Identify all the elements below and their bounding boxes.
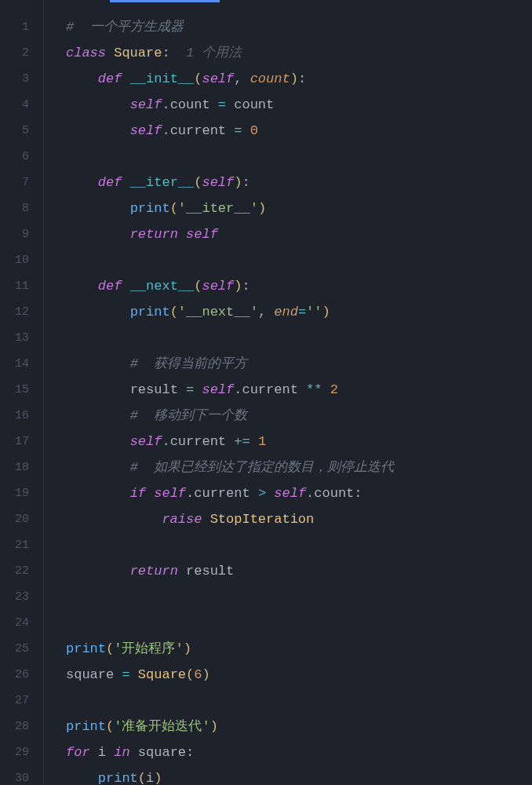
- code-line[interactable]: class Square: 1 个用法: [66, 40, 532, 66]
- line-number-gutter: 1234567891011121314151617181920212223242…: [0, 0, 43, 785]
- line-number: 17: [0, 429, 43, 455]
- code-line[interactable]: print('开始程序'): [66, 636, 532, 662]
- code-line[interactable]: [66, 688, 532, 714]
- line-number: 1: [0, 14, 43, 40]
- line-number: 6: [0, 144, 43, 170]
- line-number: 12: [0, 299, 43, 325]
- code-line[interactable]: [66, 325, 532, 351]
- code-line[interactable]: def __next__(self):: [66, 273, 532, 299]
- line-number: 8: [0, 195, 43, 221]
- line-number: 29: [0, 739, 43, 765]
- code-content-area[interactable]: # 一个平方生成器class Square: 1 个用法 def __init_…: [43, 0, 532, 785]
- line-number: 9: [0, 221, 43, 247]
- code-line[interactable]: def __init__(self, count):: [66, 66, 532, 92]
- code-line[interactable]: self.current = 0: [66, 118, 532, 144]
- code-line[interactable]: [66, 247, 532, 273]
- code-line[interactable]: if self.current > self.count:: [66, 480, 532, 506]
- line-number: 11: [0, 273, 43, 299]
- line-number: 30: [0, 765, 43, 785]
- code-line[interactable]: return result: [66, 558, 532, 584]
- code-line[interactable]: # 如果已经到达了指定的数目，则停止迭代: [66, 455, 532, 480]
- code-line[interactable]: [66, 532, 532, 558]
- line-number: 24: [0, 610, 43, 636]
- code-line[interactable]: return self: [66, 221, 532, 247]
- line-number: 3: [0, 66, 43, 92]
- line-number: 27: [0, 688, 43, 714]
- line-number: 20: [0, 506, 43, 532]
- line-number: 18: [0, 455, 43, 480]
- code-line[interactable]: print('__next__', end=''): [66, 299, 532, 325]
- line-number: 23: [0, 584, 43, 610]
- line-number: 21: [0, 532, 43, 558]
- line-number: 4: [0, 92, 43, 118]
- line-number: 14: [0, 351, 43, 377]
- code-line[interactable]: # 获得当前的平方: [66, 351, 532, 377]
- code-line[interactable]: [66, 144, 532, 170]
- code-line[interactable]: print('__iter__'): [66, 195, 532, 221]
- code-line[interactable]: self.count = count: [66, 92, 532, 118]
- line-number: 15: [0, 377, 43, 403]
- code-editor[interactable]: 1234567891011121314151617181920212223242…: [0, 0, 532, 785]
- line-number: 19: [0, 480, 43, 506]
- code-line[interactable]: def __iter__(self):: [66, 170, 532, 195]
- line-number: 26: [0, 662, 43, 688]
- line-number: 10: [0, 247, 43, 273]
- line-number: 28: [0, 714, 43, 739]
- code-line[interactable]: print(i): [66, 765, 532, 785]
- line-number: 25: [0, 636, 43, 662]
- line-number: 16: [0, 403, 43, 429]
- line-number: 13: [0, 325, 43, 351]
- code-line[interactable]: # 一个平方生成器: [66, 14, 532, 40]
- code-line[interactable]: for i in square:: [66, 739, 532, 765]
- code-line[interactable]: raise StopIteration: [66, 506, 532, 532]
- line-number: 22: [0, 558, 43, 584]
- code-line[interactable]: self.current += 1: [66, 429, 532, 455]
- code-line[interactable]: result = self.current ** 2: [66, 377, 532, 403]
- code-line[interactable]: [66, 584, 532, 610]
- code-line[interactable]: print('准备开始迭代'): [66, 714, 532, 739]
- code-line[interactable]: square = Square(6): [66, 662, 532, 688]
- line-number: 2: [0, 40, 43, 66]
- line-number: 5: [0, 118, 43, 144]
- code-line[interactable]: # 移动到下一个数: [66, 403, 532, 429]
- line-number: 7: [0, 170, 43, 195]
- code-line[interactable]: [66, 610, 532, 636]
